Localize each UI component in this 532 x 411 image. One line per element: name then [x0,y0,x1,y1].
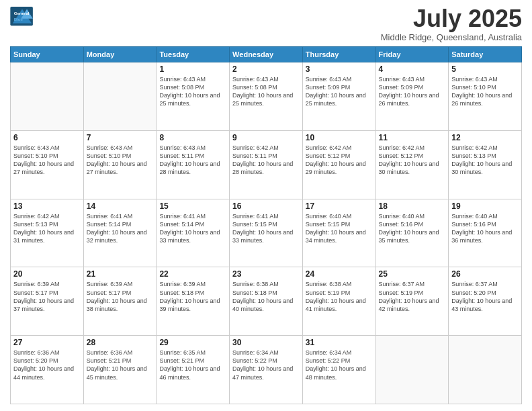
day-info: Sunrise: 6:43 AM Sunset: 5:10 PM Dayligh… [13,144,81,177]
day-info: Sunrise: 6:42 AM Sunset: 5:13 PM Dayligh… [451,144,519,177]
day-info: Sunrise: 6:41 AM Sunset: 5:15 PM Dayligh… [232,212,300,245]
day-number: 28 [87,338,154,347]
day-info: Sunrise: 6:43 AM Sunset: 5:08 PM Dayligh… [159,75,226,108]
table-row: 24Sunrise: 6:38 AM Sunset: 5:19 PM Dayli… [302,267,375,336]
day-info: Sunrise: 6:42 AM Sunset: 5:13 PM Dayligh… [13,212,81,245]
page: General Blue July 2025 Middle Ridge, Que… [0,0,532,411]
day-number: 21 [87,269,154,279]
table-row: 14Sunrise: 6:41 AM Sunset: 5:14 PM Dayli… [83,199,157,267]
table-row: 30Sunrise: 6:34 AM Sunset: 5:22 PM Dayli… [230,336,303,404]
calendar-week-row: 6Sunrise: 6:43 AM Sunset: 5:10 PM Daylig… [11,130,522,199]
day-number: 4 [379,64,446,74]
logo-icon: General Blue [10,7,34,27]
day-info: Sunrise: 6:39 AM Sunset: 5:18 PM Dayligh… [159,280,226,313]
table-row: 13Sunrise: 6:42 AM Sunset: 5:13 PM Dayli… [11,199,84,267]
location: Middle Ridge, Queensland, Australia [381,32,522,42]
table-row: 7Sunrise: 6:43 AM Sunset: 5:10 PM Daylig… [83,130,157,199]
day-number: 24 [306,269,373,279]
day-info: Sunrise: 6:38 AM Sunset: 5:18 PM Dayligh… [232,280,300,313]
table-row: 2Sunrise: 6:43 AM Sunset: 5:08 PM Daylig… [230,62,303,131]
calendar-header-row: Sunday Monday Tuesday Wednesday Thursday… [11,47,522,62]
day-info: Sunrise: 6:43 AM Sunset: 5:08 PM Dayligh… [232,75,300,108]
table-row: 31Sunrise: 6:34 AM Sunset: 5:22 PM Dayli… [302,336,375,404]
day-number: 20 [13,269,81,279]
table-row: 26Sunrise: 6:37 AM Sunset: 5:20 PM Dayli… [449,267,522,336]
table-row: 12Sunrise: 6:42 AM Sunset: 5:13 PM Dayli… [449,130,522,199]
table-row: 16Sunrise: 6:41 AM Sunset: 5:15 PM Dayli… [230,199,303,267]
day-info: Sunrise: 6:42 AM Sunset: 5:12 PM Dayligh… [379,144,446,177]
day-info: Sunrise: 6:39 AM Sunset: 5:17 PM Dayligh… [87,280,154,313]
day-info: Sunrise: 6:37 AM Sunset: 5:20 PM Dayligh… [451,280,519,313]
header: General Blue July 2025 Middle Ridge, Que… [10,7,522,42]
day-number: 25 [379,269,446,279]
day-number: 27 [13,338,81,347]
day-number: 1 [159,64,226,74]
table-row: 23Sunrise: 6:38 AM Sunset: 5:18 PM Dayli… [230,267,303,336]
table-row: 20Sunrise: 6:39 AM Sunset: 5:17 PM Dayli… [11,267,84,336]
header-saturday: Saturday [449,47,522,62]
day-number: 19 [451,201,519,211]
day-number: 14 [87,201,154,211]
day-info: Sunrise: 6:35 AM Sunset: 5:21 PM Dayligh… [159,349,226,381]
table-row: 15Sunrise: 6:41 AM Sunset: 5:14 PM Dayli… [157,199,230,267]
day-info: Sunrise: 6:43 AM Sunset: 5:10 PM Dayligh… [451,75,519,108]
day-number: 12 [451,133,519,142]
table-row: 19Sunrise: 6:40 AM Sunset: 5:16 PM Dayli… [449,199,522,267]
day-info: Sunrise: 6:38 AM Sunset: 5:19 PM Dayligh… [306,280,373,313]
day-info: Sunrise: 6:41 AM Sunset: 5:14 PM Dayligh… [159,212,226,245]
calendar-week-row: 1Sunrise: 6:43 AM Sunset: 5:08 PM Daylig… [11,62,522,131]
table-row: 27Sunrise: 6:36 AM Sunset: 5:20 PM Dayli… [11,336,84,404]
day-info: Sunrise: 6:43 AM Sunset: 5:09 PM Dayligh… [306,75,373,108]
table-row: 6Sunrise: 6:43 AM Sunset: 5:10 PM Daylig… [11,130,84,199]
table-row: 11Sunrise: 6:42 AM Sunset: 5:12 PM Dayli… [375,130,449,199]
day-number: 22 [159,269,226,279]
day-number: 2 [232,64,300,74]
day-number: 11 [379,133,446,142]
table-row: 5Sunrise: 6:43 AM Sunset: 5:10 PM Daylig… [449,62,522,131]
day-number: 18 [379,201,446,211]
table-row: 10Sunrise: 6:42 AM Sunset: 5:12 PM Dayli… [302,130,375,199]
calendar-week-row: 20Sunrise: 6:39 AM Sunset: 5:17 PM Dayli… [11,267,522,336]
table-row: 17Sunrise: 6:40 AM Sunset: 5:15 PM Dayli… [302,199,375,267]
logo: General Blue [10,7,34,27]
header-tuesday: Tuesday [157,47,230,62]
calendar-week-row: 13Sunrise: 6:42 AM Sunset: 5:13 PM Dayli… [11,199,522,267]
header-thursday: Thursday [302,47,375,62]
table-row [449,336,522,404]
day-number: 31 [306,338,373,347]
day-info: Sunrise: 6:41 AM Sunset: 5:14 PM Dayligh… [87,212,154,245]
table-row: 18Sunrise: 6:40 AM Sunset: 5:16 PM Dayli… [375,199,449,267]
day-number: 17 [306,201,373,211]
table-row [11,62,84,131]
day-info: Sunrise: 6:34 AM Sunset: 5:22 PM Dayligh… [306,349,373,381]
day-number: 10 [306,133,373,142]
table-row: 28Sunrise: 6:36 AM Sunset: 5:21 PM Dayli… [83,336,157,404]
day-number: 30 [232,338,300,347]
table-row: 22Sunrise: 6:39 AM Sunset: 5:18 PM Dayli… [157,267,230,336]
day-number: 13 [13,201,81,211]
day-number: 5 [451,64,519,74]
day-info: Sunrise: 6:34 AM Sunset: 5:22 PM Dayligh… [232,349,300,381]
day-info: Sunrise: 6:42 AM Sunset: 5:11 PM Dayligh… [232,144,300,177]
day-number: 16 [232,201,300,211]
table-row: 1Sunrise: 6:43 AM Sunset: 5:08 PM Daylig… [157,62,230,131]
table-row: 9Sunrise: 6:42 AM Sunset: 5:11 PM Daylig… [230,130,303,199]
calendar-table: Sunday Monday Tuesday Wednesday Thursday… [10,46,522,404]
day-info: Sunrise: 6:37 AM Sunset: 5:19 PM Dayligh… [379,280,446,313]
day-info: Sunrise: 6:40 AM Sunset: 5:16 PM Dayligh… [379,212,446,245]
day-info: Sunrise: 6:36 AM Sunset: 5:20 PM Dayligh… [13,349,81,381]
day-info: Sunrise: 6:40 AM Sunset: 5:15 PM Dayligh… [306,212,373,245]
month-title: July 2025 [381,7,522,31]
svg-text:General: General [14,11,30,15]
day-info: Sunrise: 6:43 AM Sunset: 5:11 PM Dayligh… [159,144,226,177]
table-row: 3Sunrise: 6:43 AM Sunset: 5:09 PM Daylig… [302,62,375,131]
day-number: 15 [159,201,226,211]
day-number: 23 [232,269,300,279]
header-friday: Friday [375,47,449,62]
header-monday: Monday [83,47,157,62]
table-row [83,62,157,131]
day-number: 9 [232,133,300,142]
table-row [375,336,449,404]
svg-text:Blue: Blue [14,17,24,21]
table-row: 4Sunrise: 6:43 AM Sunset: 5:09 PM Daylig… [375,62,449,131]
